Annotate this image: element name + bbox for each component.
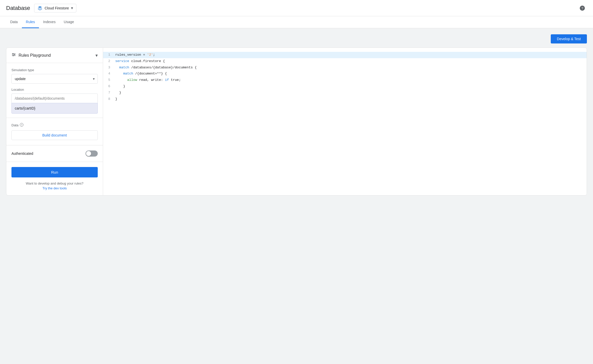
main-content: Develop & Test [0,28,593,362]
tab-rules[interactable]: Rules [22,16,39,28]
firestore-icon [37,6,43,11]
svg-point-5 [14,54,15,55]
code-content-7: } [115,90,587,96]
line-number-7: 7 [103,90,115,96]
data-label: Data [11,123,18,127]
simulation-type-label: Simulation type [11,68,98,72]
service-selector[interactable]: Cloud Firestore ▾ [34,4,76,12]
help-button[interactable]: ? [578,4,587,13]
tab-data[interactable]: Data [6,16,22,28]
code-line-3: 3 match /databases/{database}/documents … [103,65,587,71]
line-number-1: 1 [103,52,115,58]
dev-tools-link[interactable]: Try the dev tools [11,186,98,190]
simulation-type-select[interactable]: get list create update delete [11,74,98,84]
code-content-3: match /databases/{database}/documents { [115,65,587,70]
toggle-thumb [86,151,91,156]
svg-text:?: ? [21,124,22,126]
code-line-8: 8 } [103,96,587,102]
authenticated-toggle[interactable] [86,150,98,157]
line-number-2: 2 [103,59,115,64]
auth-row: Authenticated [11,150,98,157]
authenticated-label: Authenticated [11,151,33,156]
rules-playground-title: Rules Playground [19,53,51,58]
panels: Rules Playground ▾ Simulation type get l… [6,48,587,195]
code-content-6: } [115,84,587,89]
svg-text:?: ? [581,6,583,10]
code-line-7: 7 } [103,90,587,96]
run-button[interactable]: Run [11,167,98,177]
line-number-6: 6 [103,84,115,89]
code-line-2: 2 service cloud.firestore { [103,58,587,65]
data-label-row: Data ? [11,123,98,127]
playground-collapse-icon[interactable]: ▾ [95,53,98,58]
svg-point-7 [13,55,14,56]
svg-point-3 [12,53,13,54]
line-number-8: 8 [103,97,115,102]
code-editor[interactable]: 1 rules_version = '2'; 2 service cloud.f… [103,48,587,195]
code-content-1: rules_version = '2'; [115,52,587,58]
auth-section: Authenticated [6,145,103,162]
simulation-section: Simulation type get list create update d… [6,63,103,118]
service-chevron-icon: ▾ [71,6,73,10]
rules-playground-header: Rules Playground ▾ [6,48,103,63]
tab-usage[interactable]: Usage [60,16,78,28]
line-number-4: 4 [103,71,115,77]
line-number-3: 3 [103,65,115,70]
location-label: Location [11,88,98,92]
code-area: 1 rules_version = '2'; 2 service cloud.f… [103,48,587,175]
dev-tools-text: Want to develop and debug your rules? [11,181,98,185]
location-suggestion[interactable]: carts/{cartID} [11,103,98,114]
code-line-5: 5 allow read, write: if true; [103,77,587,83]
code-content-8: } [115,97,587,102]
service-label: Cloud Firestore [45,6,69,10]
code-line-4: 4 match /{document=**} { [103,71,587,77]
app-title: Database [6,5,30,11]
help-icon: ? [580,5,585,11]
data-help-icon[interactable]: ? [20,123,23,127]
code-content-4: match /{document=**} { [115,71,587,77]
develop-test-button[interactable]: Develop & Test [551,34,587,43]
rules-playground-left: Rules Playground [11,52,51,58]
header: Database Cloud Firestore ▾ ? [0,0,593,16]
nav-tabs: Data Rules Indexes Usage [0,16,593,28]
simulation-type-wrapper: get list create update delete ▾ [11,74,98,84]
data-section: Data ? Build document [6,118,103,145]
location-input[interactable] [11,94,98,103]
toolbar-row: Develop & Test [6,34,587,43]
code-line-6: 6 } [103,83,587,90]
build-document-button[interactable]: Build document [11,130,98,140]
toggle-track [86,150,98,157]
tab-indexes[interactable]: Indexes [39,16,60,28]
line-number-5: 5 [103,78,115,83]
code-line-1: 1 rules_version = '2'; [103,52,587,58]
code-content-2: service cloud.firestore { [115,59,587,64]
left-panel: Rules Playground ▾ Simulation type get l… [6,48,103,195]
code-content-5: allow read, write: if true; [115,78,587,83]
sliders-icon [11,52,16,58]
run-section: Run Want to develop and debug your rules… [6,162,103,195]
